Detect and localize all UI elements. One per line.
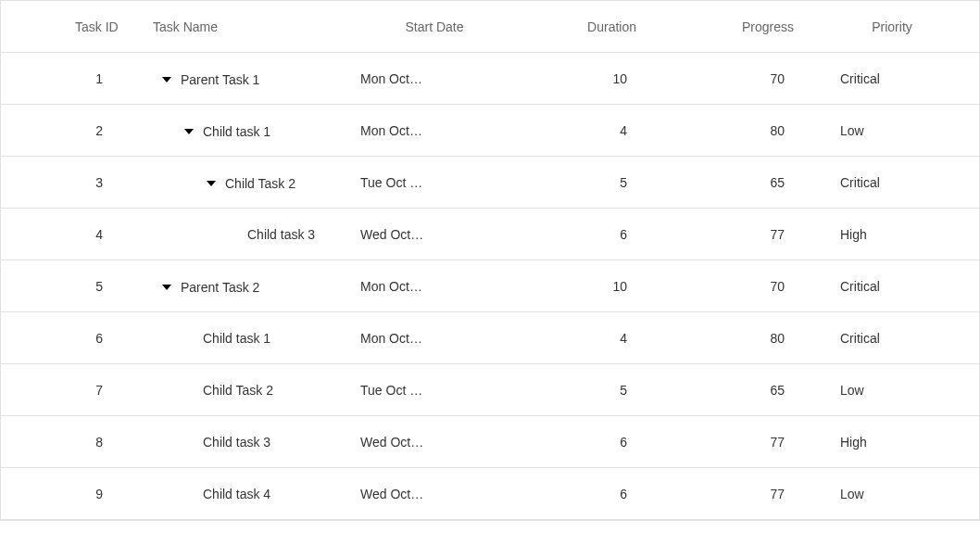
cell-priority: High xyxy=(822,227,970,242)
cell-priority: Critical xyxy=(822,331,970,346)
cell-task-id: 2 xyxy=(1,123,140,138)
cell-priority: High xyxy=(822,435,970,450)
cell-start-date: Wed Oct… xyxy=(353,435,516,450)
cell-duration: 4 xyxy=(516,331,664,346)
task-name-label: Child task 1 xyxy=(203,331,270,346)
cell-duration: 4 xyxy=(516,123,664,138)
cell-progress: 77 xyxy=(664,435,822,450)
task-name-label: Child Task 2 xyxy=(203,383,273,398)
cell-priority: Critical xyxy=(822,175,970,190)
task-tree-grid: Task ID Task Name Start Date Duration Pr… xyxy=(0,0,980,521)
chevron-down-icon[interactable] xyxy=(162,285,171,290)
cell-task-id: 4 xyxy=(1,227,140,242)
chevron-down-icon[interactable] xyxy=(184,129,194,134)
cell-duration: 5 xyxy=(516,175,664,190)
table-row[interactable]: 7Child Task 2Tue Oct …565Low xyxy=(1,364,979,416)
cell-task-id: 6 xyxy=(1,331,140,346)
cell-start-date: Mon Oct… xyxy=(353,123,516,138)
cell-start-date: Mon Oct… xyxy=(353,71,516,86)
cell-progress: 80 xyxy=(664,331,822,346)
column-header-duration[interactable]: Duration xyxy=(516,19,664,34)
cell-start-date: Wed Oct… xyxy=(353,227,516,242)
cell-priority: Critical xyxy=(822,279,970,294)
table-row[interactable]: 4Child task 3Wed Oct…677High xyxy=(1,209,979,260)
cell-duration: 6 xyxy=(516,435,664,450)
table-row[interactable]: 6Child task 1Mon Oct…480Critical xyxy=(1,312,979,364)
chevron-down-icon[interactable] xyxy=(162,77,171,82)
cell-task-id: 7 xyxy=(1,383,140,398)
table-row[interactable]: 9Child task 4Wed Oct…677Low xyxy=(1,468,979,520)
cell-task-name: Child task 3 xyxy=(140,227,353,242)
cell-priority: Low xyxy=(822,123,970,138)
cell-duration: 6 xyxy=(516,227,664,242)
cell-progress: 77 xyxy=(664,487,822,501)
task-name-label: Parent Task 1 xyxy=(181,72,259,87)
cell-progress: 80 xyxy=(664,123,822,138)
cell-task-id: 1 xyxy=(1,71,140,86)
task-name-label: Child task 4 xyxy=(203,487,270,501)
cell-task-name: Child task 4 xyxy=(140,487,353,501)
cell-start-date: Tue Oct … xyxy=(353,383,516,398)
chevron-down-icon[interactable] xyxy=(207,181,216,186)
cell-start-date: Tue Oct … xyxy=(353,175,516,190)
task-name-label: Parent Task 2 xyxy=(181,280,259,295)
cell-priority: Low xyxy=(822,487,970,501)
table-row[interactable]: 5Parent Task 2Mon Oct…1070Critical xyxy=(1,260,979,312)
cell-duration: 5 xyxy=(516,383,664,398)
cell-progress: 65 xyxy=(664,175,822,190)
table-row[interactable]: 3Child Task 2Tue Oct …565Critical xyxy=(1,157,979,209)
cell-priority: Low xyxy=(822,383,970,398)
cell-start-date: Mon Oct… xyxy=(353,279,516,294)
table-row[interactable]: 1Parent Task 1Mon Oct…1070Critical xyxy=(1,53,979,105)
cell-task-name: Child task 1 xyxy=(140,122,353,139)
task-name-label: Child task 1 xyxy=(203,124,270,139)
column-header-task-name[interactable]: Task Name xyxy=(140,19,353,34)
table-row[interactable]: 8Child task 3Wed Oct…677High xyxy=(1,416,979,468)
cell-start-date: Mon Oct… xyxy=(353,331,516,346)
cell-task-name: Parent Task 1 xyxy=(140,70,353,87)
cell-task-id: 3 xyxy=(1,175,140,190)
cell-progress: 77 xyxy=(664,227,822,242)
cell-progress: 70 xyxy=(664,279,822,294)
cell-task-name: Child Task 2 xyxy=(140,174,353,191)
column-header-progress[interactable]: Progress xyxy=(664,19,822,34)
column-header-start-date[interactable]: Start Date xyxy=(353,19,516,34)
table-row[interactable]: 2Child task 1Mon Oct…480Low xyxy=(1,105,979,157)
cell-task-name: Child task 3 xyxy=(140,435,353,450)
cell-task-name: Child Task 2 xyxy=(140,383,353,398)
cell-priority: Critical xyxy=(822,71,970,86)
grid-body: 1Parent Task 1Mon Oct…1070Critical2Child… xyxy=(1,53,979,520)
column-header-priority[interactable]: Priority xyxy=(822,19,970,34)
cell-start-date: Wed Oct… xyxy=(353,487,516,501)
cell-task-id: 8 xyxy=(1,435,140,450)
column-header-task-id[interactable]: Task ID xyxy=(1,19,140,34)
cell-progress: 65 xyxy=(664,383,822,398)
cell-duration: 10 xyxy=(516,279,664,294)
cell-task-id: 5 xyxy=(1,279,140,294)
cell-task-id: 9 xyxy=(1,487,140,501)
cell-progress: 70 xyxy=(664,71,822,86)
cell-duration: 10 xyxy=(516,71,664,86)
cell-task-name: Parent Task 2 xyxy=(140,278,353,295)
task-name-label: Child task 3 xyxy=(203,435,270,450)
cell-task-name: Child task 1 xyxy=(140,331,353,346)
grid-header-row: Task ID Task Name Start Date Duration Pr… xyxy=(1,1,979,53)
cell-duration: 6 xyxy=(516,487,664,501)
task-name-label: Child task 3 xyxy=(247,227,315,242)
task-name-label: Child Task 2 xyxy=(225,176,295,191)
